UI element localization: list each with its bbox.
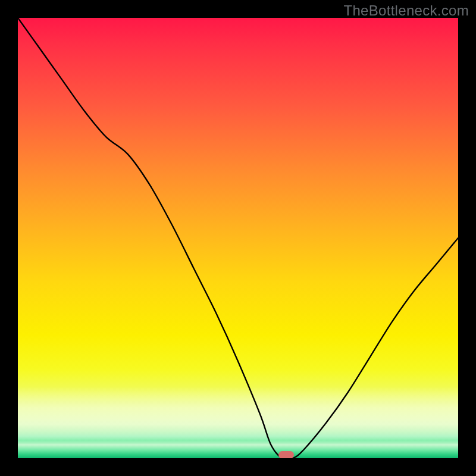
bottleneck-curve [18,18,458,458]
chart-frame: TheBottleneck.com [0,0,476,476]
watermark-text: TheBottleneck.com [343,2,469,19]
optimal-marker [278,451,294,458]
plot-area [18,18,458,458]
